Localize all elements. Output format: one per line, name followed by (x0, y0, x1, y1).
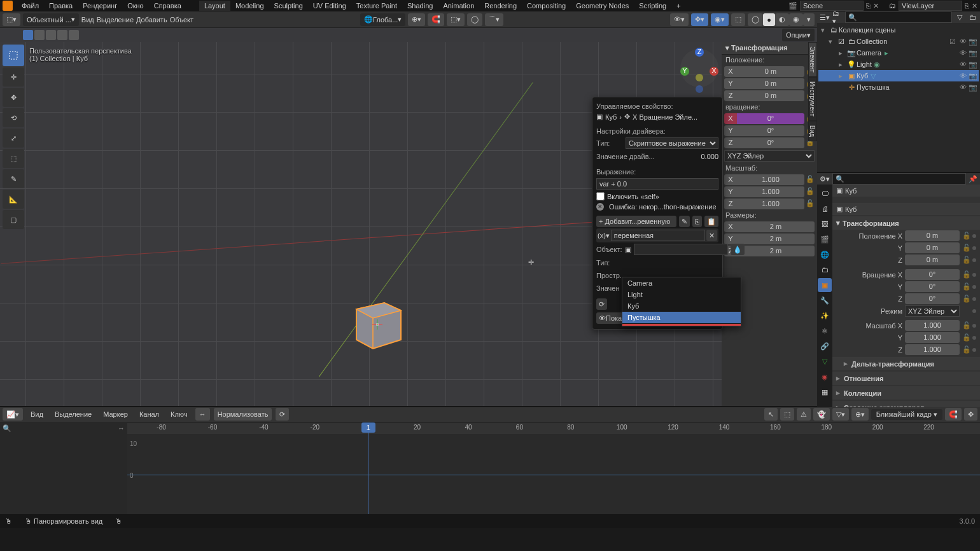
menu-edit[interactable]: Правка (44, 1, 78, 11)
select-mode-5[interactable] (69, 30, 79, 40)
outliner-search-input[interactable] (845, 11, 952, 23)
outliner-new-collection-icon[interactable]: 🗀 (967, 12, 977, 22)
show-handles-icon[interactable]: ⬚ (780, 408, 794, 421)
ptab-collection[interactable]: 🗀 (818, 263, 832, 277)
normalize-toggle[interactable]: ↔ (195, 408, 210, 421)
orientation-dropdown[interactable]: 🌐 Глоба... ▾ (360, 13, 405, 26)
eye-icon[interactable]: 👁 (958, 83, 967, 92)
show-warning-icon[interactable]: ⚠ (797, 408, 811, 421)
select-mode-2[interactable] (34, 30, 45, 40)
dropdown-item-cube[interactable]: Куб (622, 300, 741, 312)
eye-icon[interactable]: 👁 (958, 72, 967, 80)
prop-delta-header[interactable]: Дельта-трансформация (832, 357, 980, 370)
tool-annotate[interactable]: ✎ (3, 169, 24, 188)
tool-scale[interactable]: ⤢ (3, 129, 24, 148)
ghost-icon[interactable]: 👻 (813, 408, 830, 421)
playhead[interactable]: 1 (368, 422, 368, 514)
tl-menu-key[interactable]: Ключ (167, 409, 192, 419)
workspace-tab-uvediting[interactable]: UV Editing (308, 1, 351, 11)
workspace-add-tab[interactable]: + (671, 1, 685, 11)
menu-window[interactable]: Окно (122, 1, 149, 11)
navigation-gizmo[interactable]: Z Y X (677, 46, 722, 90)
overlay-toggle[interactable]: ◉▾ (711, 13, 729, 26)
loc-y-field[interactable]: 0 m (737, 78, 804, 89)
lock-icon[interactable]: 🔓 (806, 199, 815, 208)
time-ruler[interactable]: -80 -60 -40 -20 20 40 60 80 100 120 140 … (127, 422, 980, 434)
outliner-collection[interactable]: Collection (857, 38, 887, 45)
shading-rendered[interactable]: ◉ (789, 13, 803, 26)
render-icon[interactable]: 📷 (969, 38, 977, 46)
add-variable-button[interactable]: + Добавит...ременную (596, 216, 676, 227)
lock-icon[interactable]: 🔓 (806, 187, 815, 196)
npanel-tab-item[interactable]: Элемент (808, 42, 817, 77)
prop-loc-y[interactable]: 0 m (905, 242, 960, 253)
eye-icon[interactable]: 👁 (958, 49, 967, 57)
proportional-graph-icon[interactable]: ⊕▾ (851, 408, 869, 421)
viewport-menu-select[interactable]: Выделение (97, 16, 134, 24)
menu-render[interactable]: Рендеринг (78, 1, 122, 11)
variable-name-input[interactable] (611, 230, 705, 241)
tool-move[interactable]: ✥ (3, 88, 24, 107)
ptab-viewlayer[interactable]: 🖼 (818, 217, 832, 231)
lock-icon[interactable]: 🔓 (962, 345, 970, 354)
prop-rot-z[interactable]: 0° (905, 293, 960, 304)
graph-editor-type-icon[interactable]: 📈▾ (3, 408, 23, 421)
outliner-editor-icon[interactable]: ☰▾ (820, 12, 830, 22)
prop-rotmode-select[interactable]: XYZ Эйлер (905, 305, 960, 317)
proportional-dropdown[interactable]: ⌒▾ (485, 13, 503, 26)
prop-rot-x[interactable]: 0° (905, 269, 960, 280)
shading-solid[interactable]: ● (763, 13, 775, 26)
object-type-icon[interactable]: ▣ (625, 246, 631, 254)
prop-scale-z[interactable]: 1.000 (905, 344, 960, 355)
3d-viewport[interactable]: Пользовательская перспектива (1) Collect… (0, 42, 817, 406)
scale-y-field[interactable]: 1.000 (737, 186, 804, 197)
eye-icon[interactable]: 👁 (958, 38, 967, 46)
driver-self-checkbox[interactable] (596, 192, 605, 200)
driver-type-select[interactable]: Скриптовое выражение (626, 137, 718, 149)
outliner-filter-icon[interactable]: ▽ (955, 12, 965, 22)
select-mode-3[interactable] (46, 30, 56, 40)
render-icon[interactable]: 📷 (969, 72, 977, 80)
tool-add-cube[interactable]: ▢ (3, 210, 24, 229)
outliner-item-empty[interactable]: Пустышка (857, 83, 890, 91)
shading-dropdown[interactable]: ▾ (803, 13, 815, 26)
lock-icon[interactable]: 🔓 (962, 232, 970, 240)
graph-area[interactable]: -80 -60 -40 -20 20 40 60 80 100 120 140 … (127, 422, 980, 514)
paste-variable-icon[interactable]: 📋 (704, 216, 718, 227)
select-mode-4[interactable] (57, 30, 67, 40)
loc-x-field[interactable]: 0 m (737, 66, 804, 77)
visibility-dropdown[interactable]: 👁▾ (670, 13, 689, 26)
copy-variable-icon[interactable]: ⎘ (692, 216, 702, 227)
lock-icon[interactable]: 🔓 (962, 270, 970, 279)
filter-fcurves-icon[interactable]: ▽▾ (832, 408, 849, 421)
workspace-tab-sculpting[interactable]: Sculpting (269, 1, 308, 11)
delete-variable-icon[interactable]: ✕ (706, 230, 717, 241)
properties-search-input[interactable] (832, 173, 966, 185)
rotation-mode-select[interactable]: XYZ Эйлер (724, 150, 815, 162)
tool-transform[interactable]: ⬚ (3, 149, 24, 168)
tool-select-box[interactable] (3, 45, 24, 66)
render-icon[interactable]: 📷 (969, 83, 977, 92)
snap-dropdown[interactable]: ⬚▾ (447, 13, 465, 26)
workspace-tab-compositing[interactable]: Compositing (522, 1, 571, 11)
ptab-world[interactable]: 🌐 (818, 248, 832, 262)
snap-mode-dropdown[interactable]: Ближайший кадр ▾ (871, 409, 942, 420)
scale-z-field[interactable]: 1.000 (737, 199, 804, 209)
driver-object-input[interactable] (634, 244, 728, 255)
eye-icon[interactable]: 👁 (958, 60, 967, 69)
tool-measure[interactable]: 📐 (3, 190, 24, 209)
scene-delete-icon[interactable]: ✕ (873, 2, 879, 10)
exclude-icon[interactable]: ☑ (948, 38, 957, 46)
dim-x-field[interactable]: 2 m (737, 221, 815, 232)
outliner-display-mode-icon[interactable]: 🗂▾ (832, 12, 843, 22)
cursor-tool-icon[interactable]: ↖ (764, 408, 778, 421)
snap-toggle[interactable]: 🧲 (428, 13, 444, 26)
npanel-tab-view[interactable]: Вид (808, 121, 817, 141)
dim-z-field[interactable]: 2 m (737, 246, 815, 256)
driver-property-name[interactable]: X Вращение Эйле... (633, 113, 697, 121)
viewlayer-name-input[interactable] (899, 1, 962, 11)
tool-cursor[interactable]: ✛ (3, 67, 24, 87)
ptab-physics[interactable]: ⚛ (818, 324, 832, 338)
workspace-tab-texturepaint[interactable]: Texture Paint (351, 1, 402, 11)
xray-toggle[interactable]: ⬚ (731, 13, 745, 26)
